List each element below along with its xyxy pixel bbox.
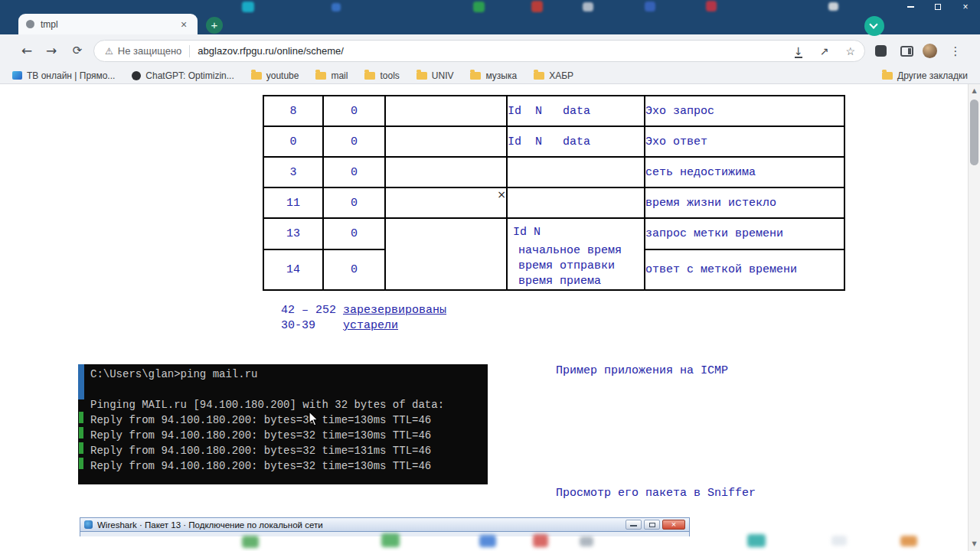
bookmark-item[interactable]: ТВ онлайн | Прямо... [12,70,115,81]
cell-code: 0 [323,249,385,290]
bookmark-star-icon[interactable]: ☆ [845,45,855,57]
wireshark-maximize-button[interactable] [644,520,660,530]
cell-fields: Id N data [507,126,645,157]
other-bookmarks-button[interactable]: Другие закладки [882,70,968,81]
desktop-icon [706,1,717,11]
bookmark-label: youtube [266,70,299,81]
extension-icon[interactable] [875,45,887,57]
maximize-icon [935,4,941,10]
bookmark-folder-tools[interactable]: tools [364,70,399,81]
desktop-icon [828,2,838,11]
forward-button[interactable]: → [41,41,61,61]
folder-icon [364,72,375,80]
cell-meaning: сеть недостижима [645,157,844,187]
bookmark-label: музыка [485,70,517,81]
side-panel-icon[interactable] [900,46,913,57]
bookmark-label: UNIV [432,70,454,81]
icmp-types-table: 8 0 Id N data Эхо запрос 0 0 Id N data Э… [263,95,845,291]
download-icon[interactable]: ↓ [794,45,803,57]
terminal-strip-blue [78,364,84,399]
reserved-notes: 42 – 252 зарезервированы 30-39 устарели [281,303,446,334]
cell-type: 13 [263,218,323,249]
scrollbar-thumb[interactable] [970,99,978,165]
cell-code: 0 [323,126,385,157]
reload-button[interactable]: ⟳ [67,41,87,61]
note-term: устарели [343,319,398,332]
page-scrollbar[interactable]: ▲ ▼ [968,84,980,551]
note-term: зарезервированы [343,304,446,317]
caption-icmp-example: Пример приложения на ICMP [556,364,728,377]
maximize-icon [649,523,655,527]
cell-blank [385,96,507,126]
cell-meaning: Эхо ответ [645,126,844,157]
cell-code: 0 [323,157,385,187]
bookmark-folder-youtube[interactable]: youtube [251,70,299,81]
folder-icon [416,72,427,80]
tab-tmpl[interactable]: tmpl × [18,14,198,34]
desktop-icon [242,2,254,12]
table-row: 8 0 Id N data Эхо запрос [263,96,844,126]
cell-code: 0 [323,96,385,126]
tab-overflow-button[interactable] [864,16,884,36]
window-close-button[interactable]: × [957,0,974,14]
scroll-down-arrow[interactable]: ▼ [969,538,980,550]
cell-meaning: ответ с меткой времени [645,249,844,290]
caption-sniffer: Просмотр его пакета в Sniffer [556,487,756,500]
folder-icon [534,72,544,80]
security-label[interactable]: Не защищено [118,45,182,57]
window-minimize-button[interactable] [902,0,919,14]
terminal-strip-tick [79,427,83,439]
bookmark-folder-univ[interactable]: UNIV [416,70,454,81]
bookmarks-bar: ТВ онлайн | Прямо... ChatGPT: Optimizin.… [0,67,980,84]
cell-type: 11 [263,187,323,218]
tab-strip: tmpl × + [0,14,980,34]
terminal-line: Pinging MAIL.ru [94.100.180.200] with 32… [90,399,488,414]
table-row: 0 0 Id N data Эхо ответ [263,126,844,157]
window-maximize-button[interactable] [929,0,946,14]
bookmark-folder-habr[interactable]: ХАБР [534,70,573,81]
chatgpt-favicon-icon [132,71,141,80]
tab-close-icon[interactable]: × [178,18,190,31]
bookmark-folder-mail[interactable]: mail [315,70,348,81]
wireshark-close-button[interactable]: × [662,520,685,530]
fields-line: начальное время [518,243,644,259]
desktop-icon [332,3,341,11]
terminal-line: Reply from 94.100.180.200: bytes=32 time… [90,414,488,429]
window-titlebar: × [0,0,980,14]
note-line: 30-39 устарели [281,318,446,334]
bookmark-label: ChatGPT: Optimizin... [145,70,234,81]
bookmark-item[interactable]: ChatGPT: Optimizin... [132,70,234,81]
cell-meaning: Эхо запрос [645,96,844,126]
folder-icon [251,72,262,80]
folder-icon [882,72,893,80]
new-tab-button[interactable]: + [206,17,223,34]
not-secure-warning-icon: ⚠ [105,46,113,57]
cell-blank [385,157,507,187]
terminal-line: Reply from 94.100.180.200: bytes=32 time… [90,460,488,475]
bookmark-label: tools [380,70,399,81]
window-controls: × [902,0,974,14]
back-button[interactable]: ← [17,41,37,61]
url-text[interactable]: abglazov.rfpgu.ru/online/scheme/ [198,45,777,57]
browser-menu-icon[interactable]: ⋮ [949,41,962,61]
cell-type: 14 [263,249,323,290]
wireshark-minimize-button[interactable] [626,520,642,530]
share-icon[interactable]: ↗ [820,45,829,57]
address-bar[interactable]: ⚠ Не защищено abglazov.rfpgu.ru/online/s… [93,40,865,62]
fields-id-n: Id N [513,226,644,240]
bookmark-label: mail [331,70,348,81]
cell-blank [385,218,507,290]
desktop-icon [381,533,400,547]
folder-icon [470,72,481,80]
terminal-line [90,383,488,399]
cell-fields [507,187,645,218]
desktop-icon [645,2,655,11]
cursor-x-marker: × [385,187,507,218]
fields-line: время отправки [518,259,644,274]
profile-avatar[interactable] [923,44,937,58]
cell-blank [385,126,507,157]
mouse-cursor [309,411,320,430]
scroll-up-arrow[interactable]: ▲ [969,85,980,97]
bookmark-folder-music[interactable]: музыка [470,70,517,81]
cell-type: 3 [263,157,323,187]
